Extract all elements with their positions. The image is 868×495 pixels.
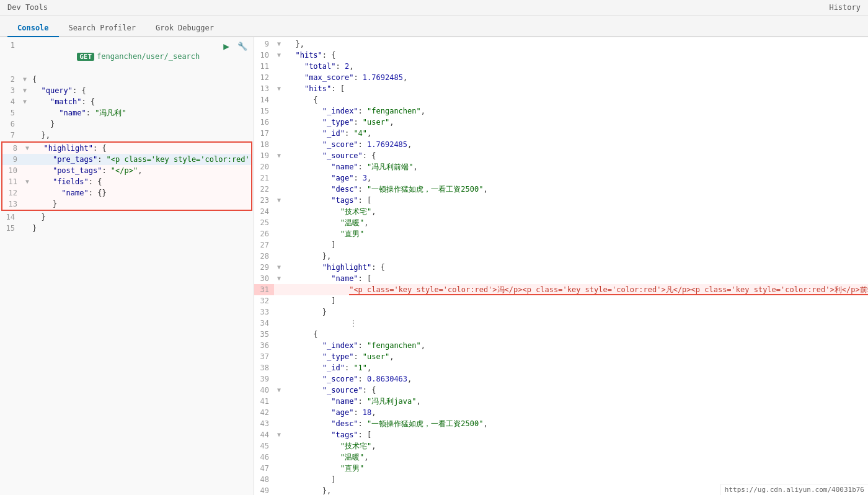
right-line-34: 34 ⋮ xyxy=(254,318,868,329)
code-line-12: 12 "name": {} xyxy=(2,187,251,198)
code-line-3: 3 ▼ "query": { xyxy=(0,85,254,96)
right-line-18: 18 "_score": 1.7692485, xyxy=(254,139,868,150)
right-line-40: 40 ▼ "_source": { xyxy=(254,385,868,396)
left-code-editor[interactable]: 1 GETfenganchen/user/_search 2 ▼ { 3 ▼ "… xyxy=(0,37,254,495)
top-bar: Dev Tools History xyxy=(0,0,868,16)
tab-console[interactable]: Console xyxy=(7,20,59,37)
right-line-42: 42 "age": 18, xyxy=(254,407,868,418)
right-line-46: 46 "温暖", xyxy=(254,452,868,463)
right-line-37: 37 "_type": "user", xyxy=(254,351,868,362)
code-line-2: 2 ▼ { xyxy=(0,74,254,85)
right-line-21: 21 "age": 3, xyxy=(254,172,868,184)
right-line-27: 27 ] xyxy=(254,239,868,251)
right-line-32: 32 ] xyxy=(254,295,868,306)
right-line-47: 47 "直男" xyxy=(254,463,868,474)
right-line-39: 39 "_score": 0.8630463, xyxy=(254,373,868,385)
right-line-43: 43 "desc": "一顿操作猛如虎，一看工资2500", xyxy=(254,418,868,429)
right-code-viewer: 9 ▼ }, 10 ▼ "hits": { 11 "total": 2, 12 xyxy=(254,37,868,495)
code-line-1: 1 GETfenganchen/user/_search xyxy=(0,40,254,74)
code-line-10: 10 "post_tags": "</p>", xyxy=(2,165,251,176)
code-line-6: 6 } xyxy=(0,118,254,130)
tab-bar: Console Search Profiler Grok Debugger xyxy=(0,16,868,37)
right-line-45: 45 "技术宅", xyxy=(254,440,868,452)
request-url: fenganchen/user/_search xyxy=(97,52,200,61)
right-line-36: 36 "_index": "fenganchen", xyxy=(254,340,868,351)
http-method-badge: GET xyxy=(77,53,94,61)
right-line-31: 31 "<p class='key style='color:red'>冯</p… xyxy=(254,284,868,295)
right-line-10: 10 ▼ "hits": { xyxy=(254,50,868,61)
right-panel[interactable]: 9 ▼ }, 10 ▼ "hits": { 11 "total": 2, 12 xyxy=(254,37,868,495)
code-line-9: 9 "pre_tags": "<p class='key style='colo… xyxy=(2,154,251,165)
right-line-12: 12 "max_score": 1.7692485, xyxy=(254,72,868,83)
play-button[interactable]: ▶ xyxy=(220,40,232,52)
code-line-7: 7 }, xyxy=(0,130,254,141)
code-line-15: 15 } xyxy=(0,223,254,234)
line-number: 1 xyxy=(0,40,20,51)
code-line-8: 8 ▼ "highlight": { xyxy=(2,143,251,154)
tab-search-profiler[interactable]: Search Profiler xyxy=(59,20,146,37)
right-line-23: 23 ▼ "tags": [ xyxy=(254,195,868,206)
right-line-29: 29 ▼ "highlight": { xyxy=(254,262,868,273)
right-line-16: 16 "_type": "user", xyxy=(254,117,868,128)
code-line-11: 11 ▼ "fields": { xyxy=(2,176,251,187)
right-line-25: 25 "温暖", xyxy=(254,217,868,228)
right-line-20: 20 "name": "冯凡利前端", xyxy=(254,161,868,172)
left-panel: ▶ 🔧 1 GETfenganchen/user/_search 2 ▼ { 3 xyxy=(0,37,254,495)
code-line-13: 13 } xyxy=(2,198,251,210)
right-line-33: 33 } xyxy=(254,306,868,318)
code-line-5: 5 "name": "冯凡利" xyxy=(0,107,254,118)
right-line-19: 19 ▼ "_source": { xyxy=(254,150,868,161)
left-toolbar: ▶ 🔧 xyxy=(220,40,249,52)
right-line-13: 13 ▼ "hits": [ xyxy=(254,83,868,94)
code-line-14: 14 } xyxy=(0,212,254,223)
right-line-24: 24 "技术宅", xyxy=(254,206,868,217)
url-bar: https://ug.cdn.aliyun.com/40031b76 xyxy=(720,484,868,495)
right-line-28: 28 }, xyxy=(254,251,868,262)
history-button[interactable]: History xyxy=(829,3,861,12)
right-line-35: 35 { xyxy=(254,329,868,340)
right-line-9: 9 ▼ }, xyxy=(254,38,868,50)
right-line-26: 26 "直男" xyxy=(254,228,868,239)
right-line-17: 17 "_id": "4", xyxy=(254,128,868,139)
right-line-11: 11 "total": 2, xyxy=(254,61,868,72)
right-line-30: 30 ▼ "name": [ xyxy=(254,273,868,284)
main-content: ▶ 🔧 1 GETfenganchen/user/_search 2 ▼ { 3 xyxy=(0,37,868,495)
wrench-button[interactable]: 🔧 xyxy=(236,40,249,52)
right-line-14: 14 { xyxy=(254,94,868,105)
right-line-41: 41 "name": "冯凡利java", xyxy=(254,396,868,407)
right-line-44: 44 ▼ "tags": [ xyxy=(254,429,868,440)
right-line-15: 15 "_index": "fenganchen", xyxy=(254,105,868,117)
right-line-22: 22 "desc": "一顿操作猛如虎，一看工资2500", xyxy=(254,184,868,195)
url-text: https://ug.cdn.aliyun.com/40031b76 xyxy=(725,486,864,494)
tab-grok-debugger[interactable]: Grok Debugger xyxy=(146,20,224,37)
code-line-4: 4 ▼ "match": { xyxy=(0,96,254,107)
app-title: Dev Tools xyxy=(7,3,48,12)
right-line-38: 38 "_id": "1", xyxy=(254,362,868,373)
